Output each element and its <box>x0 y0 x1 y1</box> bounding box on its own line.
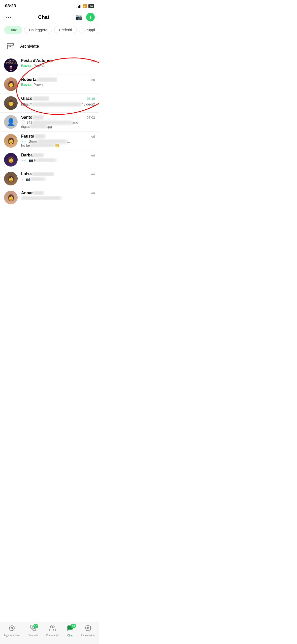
chat-content-roberta: Roberta███████ Ieri Bozza: Prova <box>21 77 95 87</box>
chat-name-barbara: Barba████ <box>21 153 44 157</box>
chat-item-festa[interactable]: FESTAD'Autunno 🍷 Festa d'Autunno Ieri Bo… <box>0 56 99 75</box>
chat-content-annar: Annar████ Ieri ████████████████ <box>21 191 95 200</box>
avatar-giacomo: 👨 <box>4 96 18 110</box>
chat-content-barbara: Barba████ Ieri ✓✓ 📷 P████████ <box>21 153 95 162</box>
status-icons: 📶 74 <box>77 4 94 8</box>
chat-time-barbara: Ieri <box>90 153 95 157</box>
chat-content-luisa: Luisa████████ Ieri ✓ 📷██████ <box>21 172 95 181</box>
header-actions: 📷 + <box>74 13 95 22</box>
battery-icon: 74 <box>88 4 94 8</box>
chat-name-luisa: Luisa████████ <box>21 172 54 176</box>
archive-icon <box>4 40 17 53</box>
chat-content-giacomo: Giaco██████ 08:18 https://██████████████… <box>21 96 95 107</box>
status-bar: 08:23 📶 74 <box>0 0 99 11</box>
header: ··· Chat 📷 + <box>0 11 99 25</box>
tab-tutte[interactable]: Tutte <box>4 26 22 34</box>
chat-preview-barbara: ✓✓ 📷 P████████ <box>21 158 95 162</box>
avatar-festa: FESTAD'Autunno 🍷 <box>4 58 18 72</box>
wifi-icon: 📶 <box>83 4 87 8</box>
chat-preview-annar: ████████████████ <box>21 196 95 200</box>
chat-name-fausta: Fausta████ <box>21 134 46 139</box>
tab-preferiti[interactable]: Preferiti <box>54 26 77 34</box>
avatar-roberta: 👩 <box>4 77 18 91</box>
chat-time-fausta: Ieri <box>90 135 95 138</box>
camera-button[interactable]: 📷 <box>74 13 83 22</box>
avatar-barbara: 👩 <box>4 153 18 167</box>
add-icon: + <box>86 13 95 21</box>
chat-item-barbara[interactable]: 👩 Barba████ Ieri ✓✓ 📷 P████████ <box>0 150 99 169</box>
chat-time-roberta: Ieri <box>90 78 95 82</box>
page-title: Chat <box>38 14 49 20</box>
chat-preview-giacomo: https://████████████████████/ video/2███… <box>21 102 95 107</box>
filter-tabs: Tutte Da leggere Preferiti Gruppi <box>0 25 99 37</box>
chat-name-annar: Annar████ <box>21 191 44 195</box>
chat-time-annar: Ieri <box>90 191 95 195</box>
chat-preview-fausta: ✓✓ Buon████████████... ho be██████████🤭 <box>21 139 95 147</box>
camera-icon: 📷 <box>75 14 82 20</box>
tab-gruppi[interactable]: Gruppi <box>79 26 99 34</box>
chat-name-santo: Santo████ <box>21 115 44 120</box>
chat-name-roberta: Roberta███████ <box>21 77 57 82</box>
signal-icon <box>77 4 81 8</box>
menu-button[interactable]: ··· <box>4 13 13 22</box>
status-time: 08:23 <box>5 4 16 9</box>
chat-content-santo: Santo████ 07:02 📄 241████████████████ano… <box>21 115 95 128</box>
dots-icon: ··· <box>6 14 12 20</box>
chat-content-fausta: Fausta████ Ieri ✓✓ Buon████████████... h… <box>21 134 95 147</box>
chat-preview-santo: 📄 241████████████████ano digita███████.p… <box>21 120 95 128</box>
chat-time-giacomo: 08:18 <box>87 97 95 101</box>
chat-item-annar[interactable]: 👩 Annar████ Ieri ████████████████ <box>0 188 99 207</box>
avatar-fausta: 👩 <box>4 134 18 148</box>
chat-preview-luisa: ✓ 📷██████ <box>21 177 95 181</box>
tab-daleggere[interactable]: Da leggere <box>24 26 52 34</box>
chat-name-festa: Festa d'Autunno <box>21 58 53 63</box>
chat-time-santo: 07:02 <box>87 116 95 119</box>
chat-item-roberta[interactable]: 👩 Roberta███████ Ieri Bozza: Prova <box>0 75 99 94</box>
archive-label: Archiviate <box>20 44 39 49</box>
chat-content-festa: Festa d'Autunno Ieri Bozza: Prova2 <box>21 58 95 68</box>
chat-time-luisa: Ieri <box>90 172 95 176</box>
avatar-santo: 👤 <box>4 115 18 129</box>
chat-item-fausta[interactable]: 👩 Fausta████ Ieri ✓✓ Buon████████████...… <box>0 132 99 150</box>
chat-time-festa: Ieri <box>90 59 95 63</box>
chat-list: FESTAD'Autunno 🍷 Festa d'Autunno Ieri Bo… <box>0 56 99 207</box>
chat-item-giacomo[interactable]: 👨 Giaco██████ 08:18 https://████████████… <box>0 94 99 113</box>
avatar-luisa: 👩 <box>4 172 18 185</box>
svg-rect-0 <box>7 44 14 45</box>
add-chat-button[interactable]: + <box>86 13 95 22</box>
chat-item-luisa[interactable]: 👩 Luisa████████ Ieri ✓ 📷██████ <box>0 169 99 188</box>
chat-preview-festa: Bozza: Prova2 <box>21 64 95 68</box>
chat-name-giacomo: Giaco██████ <box>21 96 49 101</box>
chat-item-santo[interactable]: 👤 Santo████ 07:02 📄 241████████████████a… <box>0 113 99 132</box>
chat-preview-roberta: Bozza: Prova <box>21 83 95 87</box>
avatar-annar: 👩 <box>4 191 18 204</box>
archive-row[interactable]: Archiviate <box>0 37 99 56</box>
